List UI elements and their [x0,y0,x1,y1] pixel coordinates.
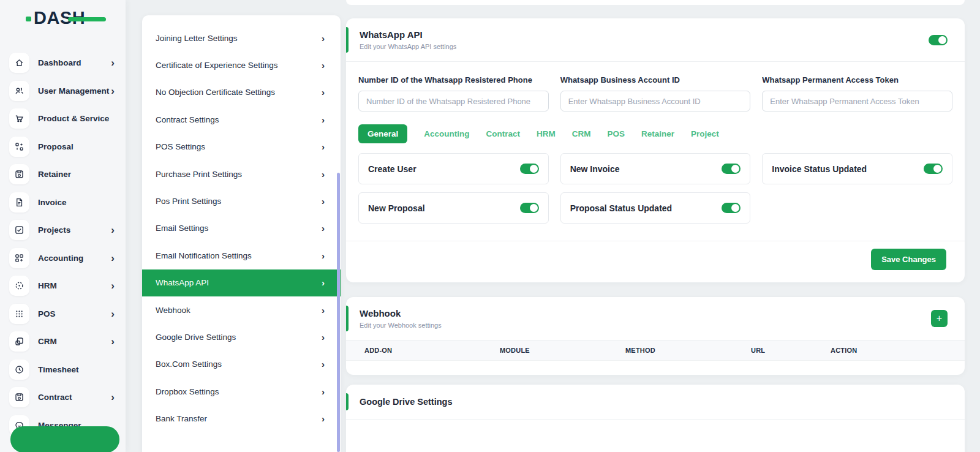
settings-item-pos-settings[interactable]: POS Settings › [142,134,341,160]
notification-toggle-grid: Create User New Invoice Invoice Status U… [358,153,952,224]
main-sidebar: DASH Dashboard › User Management › Produ… [0,0,126,452]
hrm-icon [9,276,29,296]
tab-accounting[interactable]: Accounting [424,129,469,138]
contract-icon [9,387,29,407]
sidebar-item-proposal[interactable]: Proposal [0,133,126,161]
settings-item-purchase-print[interactable]: Purchase Print Settings › [142,160,341,187]
settings-item-no-objection-certificate[interactable]: No Objection Certificate Settings › [142,79,341,106]
chevron-right-icon: › [111,281,115,291]
sidebar-item-label: User Management [38,86,109,96]
settings-item-label: Certificate of Experience Settings [156,61,278,70]
settings-item-label: No Objection Certificate Settings [156,88,275,97]
toggle-label: New Invoice [570,164,620,174]
field-label: Whatsapp Permanent Access Token [762,75,952,85]
whatsapp-business-account-input[interactable] [560,91,751,111]
card-subtitle: Edit your Webhook settings [360,322,442,329]
settings-item-dropbox[interactable]: Dropbox Settings › [142,378,341,405]
settings-panel-scrollbar[interactable] [337,173,340,452]
chevron-right-icon: › [322,251,325,260]
sidebar-item-contract[interactable]: Contract › [0,383,126,412]
save-changes-button[interactable]: Save Changes [871,249,946,270]
settings-item-whatsapp-api[interactable]: WhatsApp API › [142,269,341,296]
sidebar-nav: Dashboard › User Management › Product & … [0,49,126,439]
chevron-right-icon: › [322,278,325,287]
tab-contract[interactable]: Contract [486,129,521,138]
sidebar-item-dashboard[interactable]: Dashboard › [0,49,126,77]
sidebar-item-product-service[interactable]: Product & Service [0,105,126,133]
sidebar-item-retainer[interactable]: Retainer [0,160,126,189]
chevron-right-icon: › [111,336,115,347]
chevron-right-icon: › [111,225,115,235]
sidebar-item-label: Retainer [38,170,71,179]
tab-general[interactable]: General [358,124,407,143]
whatsapp-number-id-input[interactable] [358,91,549,111]
whatsapp-fields: Number ID of the Whatsapp Resistered Pho… [358,75,952,111]
settings-item-email-settings[interactable]: Email Settings › [142,215,341,242]
whatsapp-card-header: WhatsApp API Edit your WhatsApp API sett… [346,18,965,61]
create-user-toggle[interactable] [520,164,539,174]
tab-crm[interactable]: CRM [572,129,591,138]
settings-item-pos-print[interactable]: Pos Print Settings › [142,187,341,214]
sidebar-item-timesheet[interactable]: Timesheet [0,356,126,384]
settings-item-contract-settings[interactable]: Contract Settings › [142,106,341,133]
chevron-right-icon: › [322,115,325,124]
sidebar-item-invoice[interactable]: Invoice [0,189,126,217]
toggle-label: Proposal Status Updated [570,203,672,213]
settings-item-email-notification[interactable]: Email Notification Settings › [142,242,341,269]
webhook-card: Webhook Edit your Webhook settings + ADD… [346,297,965,375]
tab-pos[interactable]: POS [608,129,625,138]
card-accent-bar [346,393,349,410]
webhook-table-body [346,361,965,375]
sidebar-item-pos[interactable]: POS › [0,300,126,328]
chevron-right-icon: › [111,392,115,402]
proposal-status-updated-toggle[interactable] [722,203,741,213]
tab-hrm[interactable]: HRM [537,129,556,138]
card-subtitle: Edit your WhatsApp API settings [360,43,456,50]
chevron-right-icon: › [322,387,325,396]
settings-item-google-drive[interactable]: Google Drive Settings › [142,323,341,350]
settings-item-label: Joining Letter Settings [156,34,238,43]
chevron-right-icon: › [322,142,325,151]
sidebar-item-user-management[interactable]: User Management › [0,77,126,105]
cart-icon [9,108,29,129]
sidebar-item-accounting[interactable]: Accounting › [0,244,126,273]
sidebar-item-hrm[interactable]: HRM › [0,272,126,300]
chevron-right-icon: › [322,306,325,315]
toggle-card-new-proposal: New Proposal [358,192,549,224]
tab-project[interactable]: Project [691,129,719,138]
chevron-right-icon: › [322,61,325,70]
add-webhook-button[interactable]: + [931,310,948,327]
settings-item-webhook[interactable]: Webhook › [142,296,341,323]
settings-item-bank-transfer[interactable]: Bank Transfer › [142,405,341,432]
accounting-icon [9,248,29,268]
settings-item-joining-letter[interactable]: Joining Letter Settings › [142,24,341,51]
sidebar-item-crm[interactable]: CRM › [0,328,126,356]
clock-icon [9,360,29,380]
chevron-right-icon: › [322,414,325,423]
column-header-addon: ADD-ON [364,347,500,354]
toggle-card-invoice-status-updated: Invoice Status Updated [762,153,952,184]
whatsapp-access-token-input[interactable] [762,91,952,111]
settings-item-certificate-experience[interactable]: Certificate of Experience Settings › [142,51,341,78]
toggle-card-create-user: Create User [358,153,549,184]
new-proposal-toggle[interactable] [520,203,539,213]
sidebar-item-label: Contract [38,393,72,402]
sidebar-item-projects[interactable]: Projects › [0,216,126,244]
chevron-right-icon: › [111,253,115,263]
retainer-icon [9,164,29,184]
card-accent-bar [346,27,349,53]
settings-item-box-com[interactable]: Box.Com Settings › [142,351,341,378]
webhook-card-header: Webhook Edit your Webhook settings + [346,297,965,340]
sidebar-item-label: HRM [38,281,57,290]
chevron-right-icon: › [322,34,325,43]
sidebar-bottom-button[interactable] [10,426,119,452]
whatsapp-api-enable-toggle[interactable] [929,35,948,45]
settings-item-label: WhatsApp API [156,278,209,287]
settings-item-label: Webhook [156,306,190,315]
tab-retainer[interactable]: Retainer [641,129,674,138]
new-invoice-toggle[interactable] [722,164,741,174]
settings-item-label: Pos Print Settings [156,197,221,206]
invoice-status-updated-toggle[interactable] [924,164,943,174]
settings-item-label: POS Settings [156,142,205,151]
chevron-right-icon: › [322,88,325,97]
